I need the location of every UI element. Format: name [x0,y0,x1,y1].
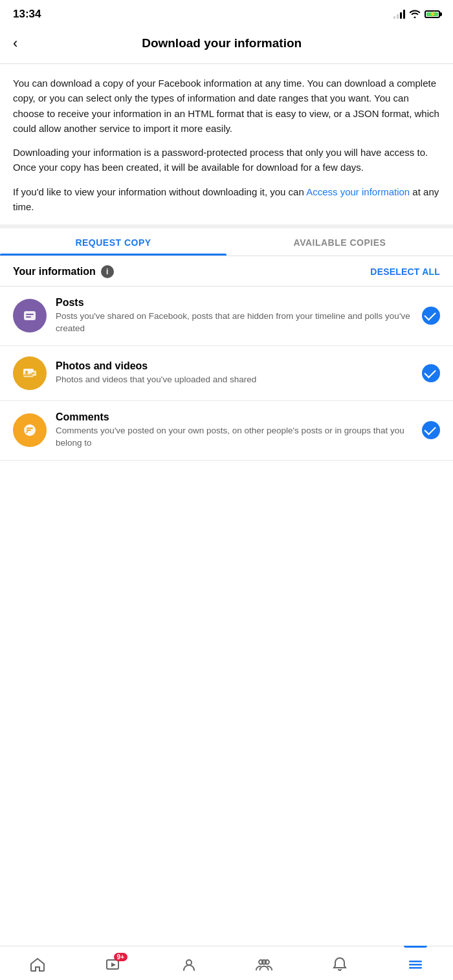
status-icons: ⚡ [393,9,440,20]
nav-item-groups[interactable] [249,953,280,976]
access-information-link[interactable]: Access your information [306,186,410,197]
signal-icon [393,10,405,19]
nav-item-notifications[interactable] [324,953,355,976]
comments-title: Comments [56,411,413,423]
posts-description: Posts you've shared on Facebook, posts t… [56,310,413,335]
your-information-title: Your information [13,266,96,278]
posts-checkbox[interactable] [422,307,440,325]
svg-rect-1 [26,314,34,315]
list-item: Posts Posts you've shared on Facebook, p… [0,287,453,346]
bottom-navigation: 9+ [0,969,453,980]
nav-item-profile[interactable] [173,953,204,976]
tab-request-copy[interactable]: REQUEST COPY [0,228,226,256]
description-section: You can download a copy of your Facebook… [0,64,453,224]
header: ‹ Download your information [0,26,453,63]
deselect-all-button[interactable]: DESELECT ALL [370,267,440,277]
page-title: Download your information [23,36,421,50]
svg-point-8 [186,960,192,965]
svg-rect-14 [409,967,422,969]
photos-title: Photos and videos [56,360,413,372]
nav-item-menu[interactable] [400,953,431,976]
comments-icon-wrap [13,413,47,447]
list-item: Photos and videos Photos and videos that… [0,346,453,401]
photos-description: Photos and videos that you've uploaded a… [56,374,413,386]
description-p3-prefix: If you'd like to view your information w… [13,186,306,197]
posts-icon [21,307,38,324]
groups-icon [255,955,273,974]
svg-rect-0 [24,311,36,320]
wifi-icon [409,9,421,20]
description-paragraph-2: Downloading your information is a passwo… [13,145,440,175]
description-paragraph-1: You can download a copy of your Facebook… [13,76,440,136]
menu-icon [406,955,425,974]
comments-icon [21,422,38,439]
battery-icon: ⚡ [425,10,440,18]
status-bar: 13:34 ⚡ [0,0,453,26]
comments-description: Comments you've posted on your own posts… [56,425,413,450]
list-item: Comments Comments you've posted on your … [0,401,453,461]
posts-icon-wrap [13,299,47,332]
info-icon[interactable]: i [101,265,114,278]
photos-icon [21,365,38,382]
nav-item-watch[interactable]: 9+ [98,953,129,976]
your-information-header: Your information i DESELECT ALL [0,256,453,287]
profile-icon [180,955,198,974]
tabs-container: REQUEST COPY AVAILABLE COPIES [0,228,453,256]
nav-active-indicator [404,946,427,948]
photos-icon-wrap [13,356,47,390]
svg-rect-12 [409,961,422,963]
comments-checkbox[interactable] [422,421,440,439]
back-button[interactable]: ‹ [13,32,23,54]
posts-title: Posts [56,297,413,309]
svg-rect-2 [26,316,31,318]
status-time: 13:34 [13,8,41,21]
tab-available-copies[interactable]: AVAILABLE COPIES [226,228,453,256]
watch-badge: 9+ [114,953,127,961]
home-icon [28,955,47,974]
svg-rect-13 [409,964,422,966]
photos-checkbox[interactable] [422,364,440,382]
description-paragraph-3: If you'd like to view your information w… [13,184,440,215]
nav-item-home[interactable] [22,953,53,976]
bell-icon [331,955,349,974]
bottom-nav-bar: 9+ [0,946,453,980]
